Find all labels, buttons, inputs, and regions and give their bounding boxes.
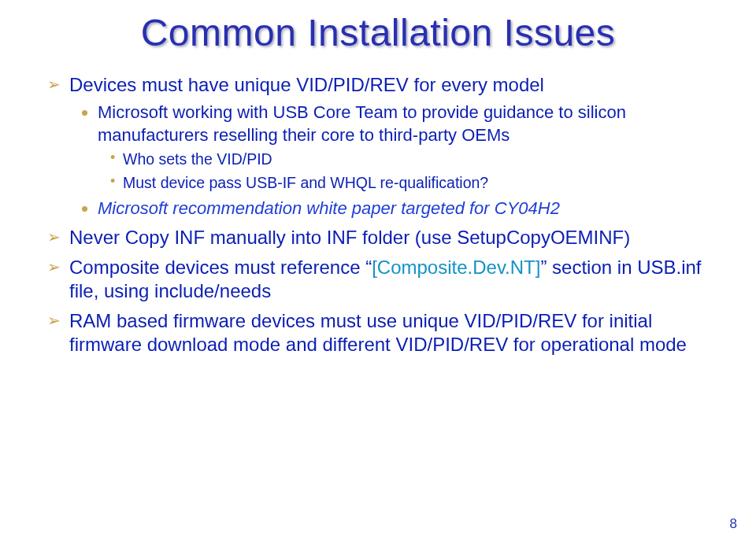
bullet-item: Devices must have unique VID/PID/REV for…: [47, 73, 709, 220]
bullet-text: Who sets the VID/PID: [123, 150, 272, 168]
bullet-item: Never Copy INF manually into INF folder …: [47, 226, 709, 249]
page-number: 8: [730, 516, 737, 532]
bullet-item: RAM based firmware devices must use uniq…: [47, 309, 709, 356]
slide-title: Common Installation Issues: [47, 11, 709, 54]
bullet-text: Never Copy INF manually into INF folder …: [69, 227, 630, 248]
sub2-bullet-item: Must device pass USB-IF and WHQL re-qual…: [109, 173, 709, 193]
bullet-text: Composite devices must reference “: [69, 257, 372, 278]
slide: Common Installation Issues Devices must …: [0, 0, 756, 543]
sub2-bullet-item: Who sets the VID/PID: [109, 150, 709, 169]
sub-bullet-list: Microsoft working with USB Core Team to …: [79, 102, 709, 220]
bullet-highlight: [Composite.Dev.NT]: [372, 257, 540, 278]
bullet-text: Must device pass USB-IF and WHQL re-qual…: [123, 174, 488, 191]
sub2-bullet-list: Who sets the VID/PID Must device pass US…: [109, 150, 709, 193]
sub-bullet-item: Microsoft working with USB Core Team to …: [79, 102, 709, 193]
bullet-text: Microsoft working with USB Core Team to …: [98, 102, 626, 145]
bullet-item: Composite devices must reference “[Compo…: [47, 256, 709, 303]
bullet-list: Devices must have unique VID/PID/REV for…: [47, 73, 709, 356]
bullet-text: RAM based firmware devices must use uniq…: [69, 310, 687, 355]
bullet-text: Devices must have unique VID/PID/REV for…: [69, 74, 544, 95]
sub-bullet-item: Microsoft recommendation white paper tar…: [79, 198, 709, 220]
bullet-text-italic: Microsoft recommendation white paper tar…: [98, 198, 560, 218]
